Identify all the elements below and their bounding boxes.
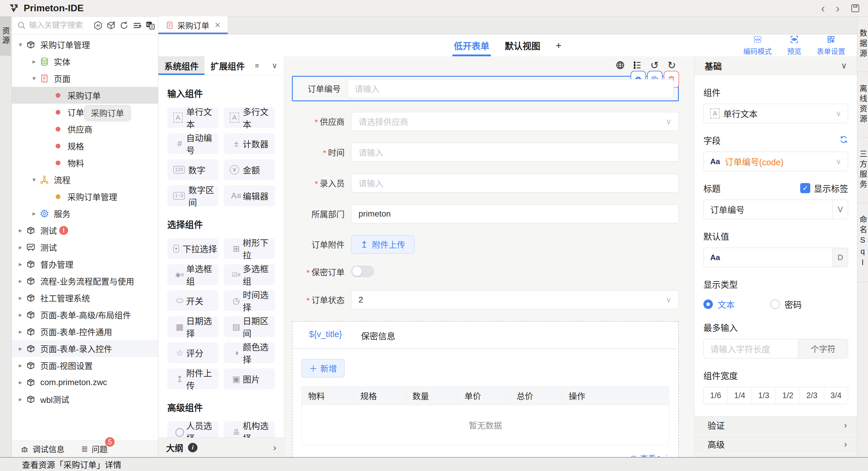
inspector-section-验证[interactable]: 验证›: [694, 416, 857, 435]
width-option-1/2[interactable]: 1/2: [776, 387, 800, 404]
expand-arrow-icon[interactable]: ▾: [30, 176, 38, 184]
preview-mode-button[interactable]: 预览: [787, 35, 801, 56]
palette-item-人员选择[interactable]: ◯人员选择: [167, 421, 218, 438]
palette-item-单选框组[interactable]: ◉≡单选框组: [167, 264, 218, 285]
field-row-供应商[interactable]: *供应商请选择供应商: [292, 112, 679, 131]
tree-item[interactable]: ▾页面: [12, 70, 158, 87]
width-option-2/3[interactable]: 2/3: [800, 387, 824, 404]
tree-item[interactable]: ▸流程-业务流程配置与使用: [12, 272, 158, 289]
palette-item-多选框组[interactable]: ☑≡多选框组: [224, 264, 275, 285]
palette-item-自动编号[interactable]: #自动编号: [167, 133, 218, 154]
field-row-所属部门[interactable]: 所属部门primeton: [292, 204, 679, 223]
expand-arrow-icon[interactable]: ▸: [16, 362, 25, 370]
tree-item[interactable]: 物料: [12, 154, 158, 171]
view-tab-默认视图[interactable]: 默认视图: [505, 34, 540, 56]
subform-panel[interactable]: ${v_title} 保密信息 ＋ 新增 物料规格数量单价总价操作 暂无数据 ◎: [292, 321, 679, 457]
field-row-订单状态[interactable]: *订单状态2: [292, 290, 679, 309]
expand-arrow-icon[interactable]: ▸: [16, 260, 25, 268]
tree-item[interactable]: 采购订单管理: [12, 188, 158, 205]
field-row-录入员[interactable]: *录入员请输入: [292, 174, 679, 193]
palette-item-日期区间[interactable]: ▤日期区间: [224, 316, 275, 337]
input-control[interactable]: 请输入: [347, 79, 674, 98]
tree-item[interactable]: ▾采购订单管理: [12, 36, 158, 53]
tree-item[interactable]: ▸页面-表单-高级/布局组件: [12, 306, 158, 323]
resources-strip-tab[interactable]: 资源: [0, 17, 11, 56]
refresh-icon[interactable]: [119, 21, 129, 30]
inspector-section-安全[interactable]: 安全›: [694, 454, 857, 457]
palette-tab-系统组件[interactable]: 系统组件: [158, 56, 205, 75]
palette-item-附件上传[interactable]: ↥附件上传: [167, 369, 218, 389]
default-value-d-button[interactable]: D: [833, 248, 848, 267]
form-canvas[interactable]: ↺ ↻ 订单编号请输入*供应商请选择供应商*时间请输入*录入员请输入所属部门pr…: [284, 56, 694, 457]
palette-item-编辑器[interactable]: A≡编辑器: [224, 185, 275, 206]
i18n-globe-icon[interactable]: [615, 60, 625, 70]
save-icon[interactable]: [850, 3, 860, 13]
form-settings-mode-button[interactable]: 表单设置: [817, 35, 845, 56]
tree-item[interactable]: ▸页面-视图设置: [12, 357, 158, 374]
expand-arrow-icon[interactable]: ▸: [16, 379, 25, 386]
forward-icon[interactable]: ›: [836, 2, 840, 14]
expand-arrow-icon[interactable]: ▾: [30, 75, 38, 82]
select-control[interactable]: 请选择供应商: [351, 112, 679, 131]
palette-item-日期选择[interactable]: ▦日期选择: [167, 316, 218, 337]
right-strip-tab-数据源[interactable]: 数据源: [857, 17, 868, 72]
tree-item[interactable]: ▸页面-表单-录入控件: [12, 340, 158, 357]
field-row-订单附件[interactable]: 订单附件↥附件上传: [292, 235, 679, 254]
attachment-upload-button[interactable]: ↥附件上传: [351, 235, 414, 254]
sort-filter-icon[interactable]: [132, 21, 142, 30]
expand-arrow-icon[interactable]: ▸: [16, 311, 25, 319]
search-input[interactable]: [29, 21, 90, 30]
expand-arrow-icon[interactable]: ▸: [16, 227, 25, 234]
new-module-icon[interactable]: [106, 21, 116, 30]
view-tab-低开表单[interactable]: 低开表单: [454, 34, 489, 56]
tree-item[interactable]: 采购订单: [12, 87, 158, 104]
right-strip-tab-三方服务[interactable]: 三方服务: [857, 138, 868, 203]
doc-tab-purchase-order[interactable]: 采购订单 ✕: [158, 16, 228, 34]
redo-icon[interactable]: ↻: [666, 60, 677, 70]
ai-assistant-icon[interactable]: AI: [93, 21, 103, 30]
palette-item-金额[interactable]: ¥金额: [224, 159, 275, 180]
inspector-section-basic[interactable]: 基础 ∨: [694, 56, 857, 75]
palette-item-多行文本[interactable]: A多行文本: [224, 107, 275, 128]
tree-item[interactable]: ▸页面-表单-控件通用: [12, 323, 158, 340]
expand-arrow-icon[interactable]: ▸: [16, 345, 25, 353]
palette-item-机构选择[interactable]: 品机构选择: [224, 421, 275, 438]
tree-item[interactable]: ▸wbl测试: [12, 391, 158, 408]
tree-item[interactable]: ▸测试: [12, 239, 158, 256]
input-control[interactable]: 请输入: [351, 143, 679, 162]
expand-arrow-icon[interactable]: ▸: [16, 294, 25, 302]
display-type-radio-文本[interactable]: 文本: [704, 298, 735, 311]
tree-item[interactable]: ▸com.primeton.zwc: [12, 374, 158, 391]
tree-item[interactable]: ▸督办管理: [12, 256, 158, 272]
palette-item-下拉选择[interactable]: ▾下拉选择: [167, 238, 218, 259]
problems-button[interactable]: ≣ 问题 5: [81, 443, 107, 455]
code-mode-button[interactable]: 编码模式: [743, 35, 772, 56]
tree-item[interactable]: ▸实体: [12, 53, 158, 70]
palette-item-开关[interactable]: ⬭开关: [167, 290, 218, 311]
width-option-3/4[interactable]: 3/4: [824, 387, 848, 404]
width-option-1/4[interactable]: 1/4: [728, 387, 752, 404]
inspector-section-高级[interactable]: 高级›: [694, 435, 857, 454]
close-tab-icon[interactable]: ✕: [215, 21, 221, 29]
add-view-tab[interactable]: +: [556, 34, 562, 56]
title-input[interactable]: 订单编号: [704, 200, 833, 219]
subform-tab-vtitle[interactable]: ${v_title}: [309, 329, 342, 342]
tree-item[interactable]: ▸测试!: [12, 222, 158, 239]
translate-icon[interactable]: En文: [145, 21, 155, 30]
debug-info-button[interactable]: 调试信息: [20, 443, 65, 455]
outline-bar[interactable]: 大纲 i ›: [158, 438, 284, 457]
component-select[interactable]: A 单行文本: [704, 104, 848, 123]
expand-arrow-icon[interactable]: ▸: [16, 277, 25, 285]
width-option-1/6[interactable]: 1/6: [704, 387, 728, 404]
palette-item-数字区间[interactable]: 1~3数字区间: [167, 185, 218, 206]
tree-item[interactable]: ▸服务: [12, 205, 158, 222]
secret-order-toggle[interactable]: [351, 265, 374, 277]
right-strip-tab-离线资源[interactable]: 离线资源: [857, 72, 868, 138]
palette-tab-扩展组件[interactable]: 扩展组件: [205, 56, 251, 75]
select-control[interactable]: 2: [351, 290, 679, 309]
tree-item[interactable]: ▾流程: [12, 171, 158, 188]
tree-item[interactable]: 规格: [12, 138, 158, 154]
tree-item[interactable]: 订单详情采购订单: [12, 104, 158, 121]
subform-tab-secret[interactable]: 保密信息: [361, 329, 395, 342]
selected-field-订单编号[interactable]: 订单编号请输入: [292, 76, 679, 101]
